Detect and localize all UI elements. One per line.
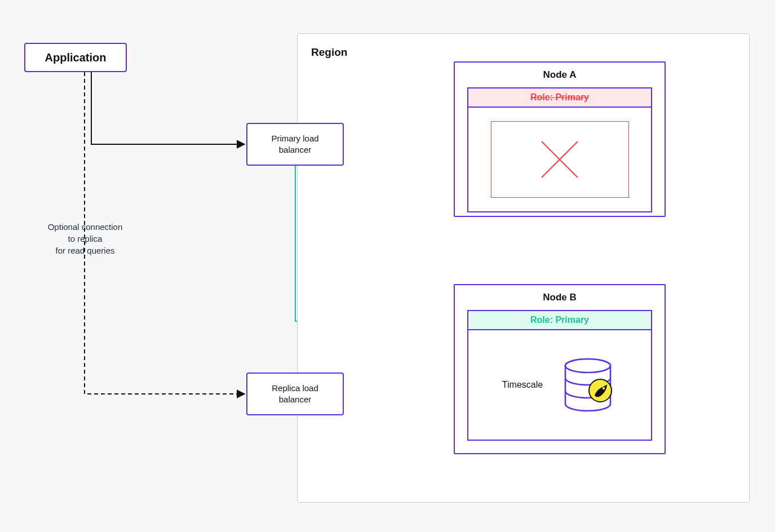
database-icon (559, 356, 617, 414)
node-a-role-label: Role: Primary (530, 92, 589, 102)
conn-app-primary (91, 72, 245, 144)
primary-lb-label: Primary load balancer (271, 133, 318, 156)
node-a: Node A Role: Primary (454, 61, 666, 217)
node-b-inner: Timescale (467, 330, 652, 441)
timescale-label: Timescale (502, 380, 543, 390)
svg-point-11 (603, 387, 605, 389)
optional-connection-label: Optional connection to replica for read … (23, 221, 147, 256)
svg-point-9 (565, 359, 610, 373)
application-label: Application (45, 51, 107, 64)
replica-load-balancer: Replica load balancer (246, 373, 344, 415)
node-a-role-bar: Role: Primary (467, 87, 652, 108)
node-b: Node B Role: Primary Timescale (454, 284, 666, 454)
diagram-canvas: Region Application Primary load balancer… (0, 0, 775, 532)
failed-x-icon (537, 137, 582, 182)
region-label: Region (311, 46, 347, 59)
node-b-role-bar: Role: Primary (467, 310, 652, 330)
primary-load-balancer: Primary load balancer (246, 123, 344, 166)
node-b-title: Node B (455, 285, 665, 310)
node-a-inner (467, 108, 652, 212)
replica-lb-label: Replica load balancer (272, 383, 318, 406)
failed-box (491, 121, 629, 198)
database-icon-wrap (559, 356, 617, 414)
application-box: Application (24, 43, 127, 72)
node-a-title: Node A (455, 63, 665, 87)
node-b-role-label: Role: Primary (530, 315, 589, 325)
